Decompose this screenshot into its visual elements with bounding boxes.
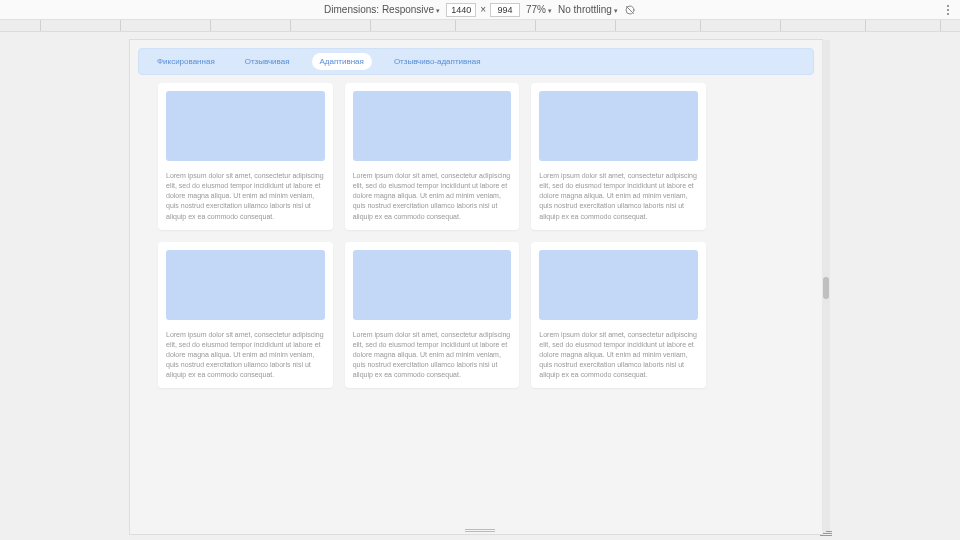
device-frame: ФиксированнаяОтзывчиваяАдаптивнаяОтзывчи… xyxy=(130,40,830,534)
card-thumbnail xyxy=(353,250,512,320)
card-text: Lorem ipsum dolor sit amet, consectetur … xyxy=(539,171,698,222)
nav-item-0[interactable]: Фиксированная xyxy=(149,53,223,70)
card-text: Lorem ipsum dolor sit amet, consectetur … xyxy=(539,330,698,381)
card-thumbnail xyxy=(166,91,325,161)
card: Lorem ipsum dolor sit amet, consectetur … xyxy=(345,242,520,389)
zoom-dropdown[interactable]: 77% xyxy=(526,4,552,15)
card-thumbnail xyxy=(539,91,698,161)
card-text: Lorem ipsum dolor sit amet, consectetur … xyxy=(353,330,512,381)
viewport-area: ФиксированнаяОтзывчиваяАдаптивнаяОтзывчи… xyxy=(0,32,960,540)
ruler-tick xyxy=(120,20,121,31)
frame-drag-handle-icon[interactable] xyxy=(465,529,495,532)
card-thumbnail xyxy=(166,250,325,320)
card-thumbnail xyxy=(353,91,512,161)
ruler-tick xyxy=(290,20,291,31)
ruler-tick xyxy=(615,20,616,31)
card: Lorem ipsum dolor sit amet, consectetur … xyxy=(345,83,520,230)
dimensions-dropdown[interactable]: Dimensions: Responsive xyxy=(324,4,440,15)
ruler-tick xyxy=(210,20,211,31)
nav-item-2[interactable]: Адаптивная xyxy=(312,53,372,70)
ruler-tick xyxy=(700,20,701,31)
device-toolbar: Dimensions: Responsive × 77% No throttli… xyxy=(0,0,960,20)
card: Lorem ipsum dolor sit amet, consectetur … xyxy=(158,83,333,230)
card: Lorem ipsum dolor sit amet, consectetur … xyxy=(531,242,706,389)
height-input[interactable] xyxy=(490,3,520,17)
ruler-tick xyxy=(455,20,456,31)
card-text: Lorem ipsum dolor sit amet, consectetur … xyxy=(353,171,512,222)
ruler-tick xyxy=(40,20,41,31)
throttling-dropdown[interactable]: No throttling xyxy=(558,4,618,15)
rotate-icon[interactable] xyxy=(624,4,636,16)
scrollbar-thumb[interactable] xyxy=(823,277,829,299)
ruler-tick xyxy=(940,20,941,31)
ruler-tick xyxy=(535,20,536,31)
card-grid: Lorem ipsum dolor sit amet, consectetur … xyxy=(130,83,822,400)
card-text: Lorem ipsum dolor sit amet, consectetur … xyxy=(166,171,325,222)
card: Lorem ipsum dolor sit amet, consectetur … xyxy=(158,242,333,389)
nav-item-1[interactable]: Отзывчивая xyxy=(237,53,298,70)
vertical-scrollbar[interactable] xyxy=(822,40,830,534)
card: Lorem ipsum dolor sit amet, consectetur … xyxy=(531,83,706,230)
ruler-tick xyxy=(780,20,781,31)
times-label: × xyxy=(480,4,486,15)
nav-item-3[interactable]: Отзывчиво-адаптивная xyxy=(386,53,489,70)
card-text: Lorem ipsum dolor sit amet, consectetur … xyxy=(166,330,325,381)
ruler-tick xyxy=(865,20,866,31)
svg-line-1 xyxy=(626,6,633,13)
more-options-icon[interactable] xyxy=(942,3,954,17)
device-content: ФиксированнаяОтзывчиваяАдаптивнаяОтзывчи… xyxy=(130,40,822,534)
ruler-tick xyxy=(370,20,371,31)
card-thumbnail xyxy=(539,250,698,320)
breakpoint-ruler[interactable] xyxy=(0,20,960,32)
page-nav: ФиксированнаяОтзывчиваяАдаптивнаяОтзывчи… xyxy=(138,48,814,75)
width-input[interactable] xyxy=(446,3,476,17)
